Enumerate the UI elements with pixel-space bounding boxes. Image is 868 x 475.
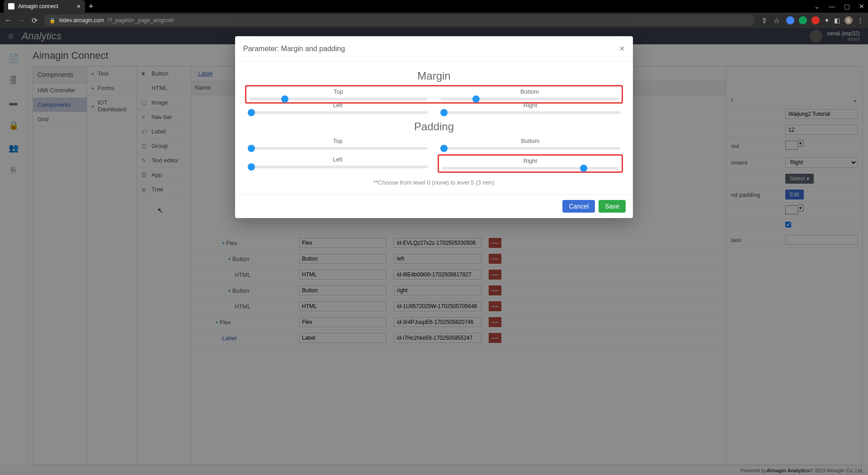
modal-title: Parameter: Margin and padding <box>243 45 345 53</box>
label-padding-left: Left <box>248 156 428 163</box>
url-bar[interactable]: 🔒 bidev.aimagin.com/?_pageId=_page_amgcn… <box>44 14 755 26</box>
slider-padding-right[interactable] <box>442 167 619 170</box>
browser-tab[interactable]: Aimagin connect × <box>4 0 85 13</box>
forward-icon[interactable]: → <box>18 16 25 24</box>
save-button[interactable]: Save <box>599 200 626 213</box>
ext-translate-icon[interactable] <box>786 16 794 24</box>
modal-body: Margin Top Bottom Left <box>235 62 633 194</box>
browser-toolbar: ← → ⟳ 🔒 bidev.aimagin.com/?_pageId=_page… <box>0 13 868 28</box>
slider-padding-bottom[interactable] <box>440 147 620 150</box>
label-margin-bottom: Bottom <box>440 88 619 95</box>
maximize-icon[interactable]: ▢ <box>844 3 850 10</box>
ext-grammarly-icon[interactable] <box>799 16 807 24</box>
slider-margin-top[interactable] <box>249 98 428 100</box>
highlight-padding-right: Right <box>438 154 623 173</box>
extensions-icon[interactable]: ✦ <box>824 17 830 24</box>
label-margin-left: Left <box>248 102 428 109</box>
modal-header: Parameter: Margin and padding × <box>235 36 633 62</box>
sidepanel-icon[interactable]: ◧ <box>834 17 840 24</box>
label-margin-top: Top <box>249 88 428 95</box>
window-controls: ⌄ — ▢ ✕ <box>814 3 864 10</box>
label-margin-right: Right <box>440 102 620 109</box>
kebab-menu-icon[interactable]: ⋮ <box>857 17 863 24</box>
back-icon[interactable]: ← <box>5 16 12 24</box>
slider-padding-left[interactable] <box>248 166 428 168</box>
star-icon[interactable]: ☆ <box>774 16 780 25</box>
browser-tabstrip: Aimagin connect × + ⌄ — ▢ ✕ <box>0 0 868 13</box>
cursor-icon: ↖ <box>157 206 163 215</box>
help-text: **Choose from level 0 (none) to level 5 … <box>248 179 620 186</box>
reload-icon[interactable]: ⟳ <box>32 16 38 25</box>
lock-icon: 🔒 <box>49 18 56 24</box>
label-padding-right: Right <box>442 157 619 164</box>
share-icon[interactable]: ⇪ <box>761 16 767 25</box>
margin-heading: Margin <box>248 70 620 82</box>
highlight-margin-top-bottom: Top Bottom <box>245 85 623 104</box>
label-padding-bottom: Bottom <box>440 138 620 144</box>
ext-abp-icon[interactable] <box>811 16 820 24</box>
close-window-icon[interactable]: ✕ <box>859 3 864 10</box>
minimize-icon[interactable]: — <box>829 3 835 10</box>
padding-heading: Padding <box>248 120 620 133</box>
slider-margin-right[interactable] <box>440 111 620 114</box>
extension-icons: ✦ ◧ S ⋮ <box>786 16 863 24</box>
modal-close-button[interactable]: × <box>619 43 625 54</box>
modal-footer: Cancel Save <box>235 194 633 218</box>
profile-avatar-icon[interactable]: S <box>844 16 853 24</box>
margin-padding-modal: Parameter: Margin and padding × Margin T… <box>235 36 633 218</box>
tab-title: Aimagin connect <box>18 3 58 10</box>
favicon-icon <box>8 3 14 10</box>
slider-margin-left[interactable] <box>248 111 428 114</box>
label-padding-top: Top <box>248 138 428 144</box>
chevron-down-icon[interactable]: ⌄ <box>814 3 820 10</box>
slider-margin-bottom[interactable] <box>440 98 619 100</box>
modal-overlay[interactable]: Parameter: Margin and padding × Margin T… <box>0 28 868 475</box>
url-path: /?_pageId=_page_amgcnt# <box>108 17 174 24</box>
new-tab-button[interactable]: + <box>89 2 94 11</box>
slider-padding-top[interactable] <box>248 147 428 150</box>
url-host: bidev.aimagin.com <box>59 17 104 24</box>
cancel-button[interactable]: Cancel <box>562 200 595 213</box>
tab-close-icon[interactable]: × <box>77 3 80 10</box>
